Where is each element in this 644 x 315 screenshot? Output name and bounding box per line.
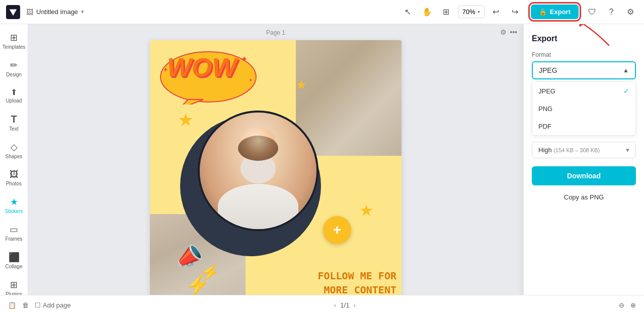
photos-icon: 🖼 bbox=[10, 169, 19, 180]
shield-button[interactable]: 🛡 bbox=[585, 5, 600, 20]
page-navigation: ‹ 1/1 › bbox=[334, 301, 356, 309]
zoom-out-button[interactable]: ⊖ bbox=[619, 301, 624, 309]
svg-marker-0 bbox=[10, 9, 17, 16]
follow-line2: more content bbox=[317, 283, 396, 295]
page-indicator: 1/1 bbox=[340, 301, 349, 309]
stickers-label: Stickers bbox=[5, 208, 23, 214]
collage-icon: ⬛ bbox=[9, 252, 20, 263]
zoom-in-icon: ⊕ bbox=[630, 301, 636, 309]
svg-marker-6 bbox=[579, 24, 584, 27]
topbar: 🖼 Untitled image ▾ ↖ ✋ ⊞ 70% ▾ ↩ ↪ 🔒 Exp… bbox=[0, 0, 644, 24]
format-jpeg-label: JPEG bbox=[538, 87, 555, 95]
layout-tool-button[interactable]: ⊞ bbox=[439, 5, 454, 20]
topbar-right: 🔒 Export 🛡 ? ⚙ bbox=[529, 3, 638, 21]
zoom-value: 70% bbox=[462, 8, 475, 16]
undo-button[interactable]: ↩ bbox=[489, 5, 504, 20]
next-page-button[interactable]: › bbox=[353, 301, 355, 309]
star-decoration-2: ★ bbox=[359, 201, 374, 220]
selected-format: JPEG bbox=[539, 66, 557, 74]
zoom-chevron: ▾ bbox=[477, 9, 480, 15]
quality-level-label: High bbox=[538, 146, 553, 154]
format-options-list: JPEG ✓ PNG PDF bbox=[532, 81, 636, 136]
frames-icon: ▭ bbox=[10, 224, 18, 235]
format-option-jpeg[interactable]: JPEG ✓ bbox=[532, 82, 635, 100]
export-btn-wrapper: 🔒 Export bbox=[529, 3, 581, 21]
format-option-png[interactable]: PNG bbox=[532, 100, 635, 118]
design-icon: ✏ bbox=[10, 60, 18, 71]
follow-text: FOLLOW me for more content bbox=[317, 269, 396, 295]
prev-page-button[interactable]: ‹ bbox=[334, 301, 336, 309]
page-controls: ⚙ ••• bbox=[500, 28, 517, 36]
select-tool-button[interactable]: ↖ bbox=[400, 5, 416, 20]
lightning-2: ⚡ bbox=[199, 262, 221, 282]
sidebar-item-text[interactable]: T Text bbox=[2, 110, 26, 136]
zoom-selector[interactable]: 70% ▾ bbox=[458, 6, 485, 18]
sidebar-item-templates[interactable]: ⊞ Templates bbox=[2, 28, 26, 54]
sidebar-item-stickers[interactable]: ★ Stickers bbox=[2, 192, 26, 218]
sidebar: ⊞ Templates ✏ Design ⬆ Upload T Text ◇ S… bbox=[0, 24, 28, 295]
title-text: Untitled image bbox=[36, 8, 78, 16]
plus-icon: + bbox=[333, 222, 341, 238]
page-label: Page 1 bbox=[266, 29, 285, 36]
sidebar-item-shapes[interactable]: ◇ Shapes bbox=[2, 138, 26, 163]
photos-label: Photos bbox=[6, 181, 22, 186]
quality-value: High (154 KB – 308 KB) bbox=[538, 146, 600, 154]
sidebar-item-design[interactable]: ✏ Design bbox=[2, 56, 26, 81]
copy-as-png-button[interactable]: Copy as PNG bbox=[532, 189, 636, 205]
svg-text:✦: ✦ bbox=[249, 77, 253, 83]
shapes-icon: ◇ bbox=[11, 142, 18, 153]
help-button[interactable]: ? bbox=[604, 5, 619, 20]
download-button[interactable]: Download bbox=[532, 166, 636, 185]
quality-size-label: (154 KB – 308 KB) bbox=[553, 147, 600, 153]
follow-line1: FOLLOW me for bbox=[317, 269, 396, 283]
star-decoration-3: ★ bbox=[296, 78, 307, 92]
upload-icon: ⬆ bbox=[11, 87, 17, 97]
sidebar-item-frames[interactable]: ▭ Frames bbox=[2, 220, 26, 246]
bottombar: 📋 🗑 ☐ Add page ‹ 1/1 › ⊖ ⊕ bbox=[0, 295, 644, 315]
format-jpeg-check: ✓ bbox=[623, 87, 629, 95]
format-option-pdf[interactable]: PDF bbox=[532, 118, 635, 135]
quality-dropdown[interactable]: High (154 KB – 308 KB) ▾ bbox=[532, 142, 636, 158]
wow-bubble: ✦ ✦ ✦ WOW bbox=[158, 49, 259, 104]
settings-button[interactable]: ⚙ bbox=[623, 5, 638, 20]
format-png-label: PNG bbox=[538, 105, 552, 113]
sidebar-item-plugins[interactable]: ⊞ Plugins bbox=[2, 275, 26, 295]
export-label: Export bbox=[550, 8, 571, 16]
add-page-label: Add page bbox=[43, 301, 71, 309]
star-decoration-1: ★ bbox=[178, 110, 194, 131]
export-button[interactable]: 🔒 Export bbox=[531, 5, 579, 19]
page-settings-button[interactable]: ⚙ bbox=[500, 28, 507, 36]
undo-icon: ↩ bbox=[493, 7, 499, 17]
upload-label: Upload bbox=[6, 98, 22, 103]
export-lock-icon: 🔒 bbox=[539, 8, 547, 16]
text-label: Text bbox=[9, 126, 18, 132]
format-dropdown[interactable]: JPEG ▲ bbox=[532, 61, 636, 79]
export-panel-title: Export bbox=[532, 34, 636, 43]
quality-chevron: ▾ bbox=[626, 146, 629, 154]
svg-text:✦: ✦ bbox=[241, 55, 248, 63]
canvas-area: Page 1 ⚙ ••• bbox=[28, 24, 523, 295]
redo-button[interactable]: ↪ bbox=[508, 5, 523, 20]
logo-icon bbox=[9, 8, 18, 17]
hand-tool-button[interactable]: ✋ bbox=[420, 5, 435, 20]
plus-button[interactable]: + bbox=[323, 216, 351, 244]
page-more-button[interactable]: ••• bbox=[510, 28, 517, 36]
add-page-button[interactable]: ☐ Add page bbox=[35, 301, 71, 309]
title-icon: 🖼 bbox=[26, 8, 33, 16]
plugins-label: Plugins bbox=[6, 291, 22, 295]
clipboard-button[interactable]: 📋 bbox=[8, 301, 16, 309]
app-logo[interactable] bbox=[6, 5, 20, 19]
trash-button[interactable]: 🗑 bbox=[22, 301, 29, 309]
sidebar-item-photos[interactable]: 🖼 Photos bbox=[2, 165, 26, 190]
sidebar-item-upload[interactable]: ⬆ Upload bbox=[2, 83, 26, 108]
zoom-in-button[interactable]: ⊕ bbox=[630, 301, 636, 309]
wow-text: WOW bbox=[167, 54, 237, 80]
layout-icon: ⊞ bbox=[443, 7, 449, 17]
format-label: Format bbox=[532, 51, 636, 58]
hand-icon: ✋ bbox=[422, 7, 432, 17]
document-title[interactable]: 🖼 Untitled image ▾ bbox=[26, 8, 84, 16]
plugins-icon: ⊞ bbox=[10, 279, 18, 290]
sidebar-item-collage[interactable]: ⬛ Collage bbox=[2, 248, 26, 273]
clipboard-icon: 📋 bbox=[8, 301, 16, 309]
canvas-wrapper[interactable]: ✦ ✦ ✦ WOW ★ ★ ★ bbox=[150, 40, 401, 295]
